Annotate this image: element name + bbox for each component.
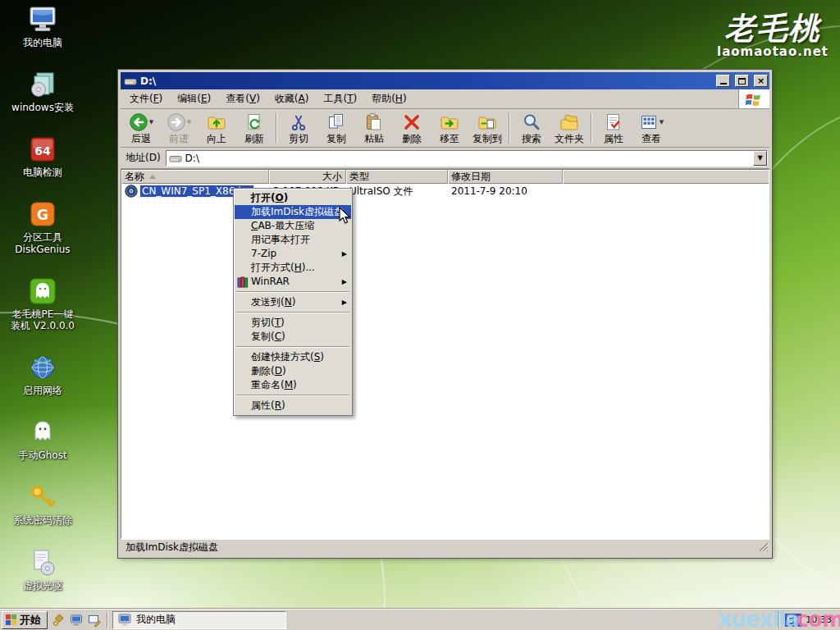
- desktop-icon-label: 系统密码清除: [13, 514, 72, 526]
- context-menu-item-2[interactable]: CAB-最大压缩: [235, 219, 351, 233]
- windows-install-icon: [27, 70, 58, 99]
- brand-subtitle: laomaotao.net: [717, 44, 829, 59]
- explorer-window: D:\ × 文件(F)编辑(E)查看(V)收藏(A)工具(T)帮助(H) ▼后退…: [118, 70, 772, 558]
- toolbar-delete-button[interactable]: 删除: [393, 110, 431, 146]
- address-label: 地址(D): [126, 151, 161, 165]
- context-menu-item-3[interactable]: 用记事本打开: [235, 233, 351, 247]
- toolbar-copy-to-button[interactable]: 复制到: [468, 110, 506, 146]
- start-button[interactable]: 开始: [2, 611, 48, 629]
- minimize-button[interactable]: [716, 75, 730, 87]
- desktop-icon-network[interactable]: 启用网络: [2, 353, 84, 396]
- dropdown-caret-icon[interactable]: ▼: [187, 119, 191, 126]
- desktop-icon-label: 老毛桃PE一键 装机 V2.0.0.0: [11, 308, 75, 331]
- toolbar-back-button[interactable]: ▼后退: [122, 110, 160, 146]
- virtual-drive-icon: [28, 548, 57, 578]
- column-header-1[interactable]: 大小: [269, 170, 346, 184]
- taskbar-clock[interactable]: 10:33: [806, 614, 832, 625]
- toolbar-copy-button[interactable]: 复制: [317, 110, 355, 146]
- quick-launch-show-desktop-button[interactable]: [86, 612, 103, 628]
- desktop-icon-list: 我的电脑windows安装64电脑检测G分区工具 DiskGenius老毛桃PE…: [0, 5, 85, 591]
- context-menu-item-4[interactable]: 7-Zip▶: [235, 247, 351, 261]
- toolbar-folders-button[interactable]: 文件夹: [550, 110, 588, 146]
- address-dropdown-button[interactable]: ▼: [753, 151, 767, 166]
- task-buttons: 我的电脑: [112, 611, 286, 629]
- menu-item-3[interactable]: 收藏(A): [267, 89, 317, 108]
- context-menu-item-8[interactable]: 发送到(N)▶: [235, 295, 351, 309]
- toolbar: ▼后退▼前进向上刷新剪切复制粘贴删除移至复制到搜索文件夹属性▼查看: [121, 109, 769, 148]
- toolbar-views-button[interactable]: ▼查看: [632, 110, 670, 146]
- desktop-icon-diskgenius[interactable]: G分区工具 DiskGenius: [2, 199, 84, 254]
- task-button[interactable]: 我的电脑: [112, 611, 286, 629]
- desktop-icon-pc-detect[interactable]: 64电脑检测: [2, 135, 84, 178]
- menu-item-0[interactable]: 文件(F): [122, 89, 170, 108]
- dropdown-caret-icon[interactable]: ▼: [660, 119, 664, 126]
- toolbar-forward-button[interactable]: ▼前进: [160, 110, 198, 146]
- copy-icon: [326, 112, 346, 132]
- context-menu-item-15[interactable]: 重命名(M): [235, 378, 351, 392]
- views-icon: [639, 112, 659, 132]
- address-input[interactable]: D:\ ▼: [166, 150, 768, 167]
- context-menu-item-5[interactable]: 打开方式(H)...: [235, 261, 351, 275]
- desktop-icon-laomaotao-pe[interactable]: 老毛桃PE一键 装机 V2.0.0.0: [2, 276, 84, 331]
- menu-item-4[interactable]: 工具(T): [316, 89, 364, 108]
- toolbar-search-button[interactable]: 搜索: [513, 110, 550, 146]
- context-menu: 打开(O)加载ImDisk虚拟磁盘CAB-最大压缩用记事本打开7-Zip▶打开方…: [233, 188, 353, 416]
- my-computer-icon: [27, 5, 58, 34]
- minimize-icon: [720, 83, 727, 84]
- status-text: 加载ImDisk虚拟磁盘: [126, 541, 218, 555]
- close-button[interactable]: ×: [754, 75, 768, 87]
- toolbar-refresh-button[interactable]: 刷新: [235, 110, 273, 146]
- properties-icon: [604, 112, 623, 132]
- column-header-0[interactable]: 名称: [121, 170, 269, 184]
- maximize-button[interactable]: [735, 75, 749, 87]
- desktop-icon-label: 电脑检测: [23, 167, 62, 178]
- sweep-icon: [52, 614, 65, 627]
- show-desktop-icon: [88, 614, 101, 627]
- desktop-icon-ghost[interactable]: 手动Ghost: [2, 418, 84, 461]
- toolbar-move-to-button[interactable]: 移至: [431, 110, 468, 146]
- file-list: 名称大小类型修改日期 CN_WIN7_SP1_X86.iso3,107,008 …: [121, 169, 769, 539]
- context-menu-item-10[interactable]: 剪切(T): [235, 316, 351, 330]
- quick-launch-display-button[interactable]: [68, 612, 84, 628]
- desktop-icon-password-key[interactable]: 系统密码清除: [2, 482, 84, 526]
- context-menu-item-1[interactable]: 加载ImDisk虚拟磁盘: [235, 205, 351, 219]
- sort-ascending-icon: [149, 175, 156, 179]
- column-header-2[interactable]: 类型: [346, 170, 448, 184]
- context-menu-item-17[interactable]: 属性(R): [235, 399, 351, 413]
- column-header-3[interactable]: 修改日期: [448, 170, 563, 184]
- window-titlebar[interactable]: D:\ ×: [121, 72, 769, 89]
- address-bar: 地址(D) D:\ ▼: [121, 148, 769, 169]
- context-menu-item-13[interactable]: 创建快捷方式(S): [235, 350, 351, 364]
- context-menu-item-6[interactable]: WinRAR▶: [235, 275, 351, 289]
- resize-grip[interactable]: [758, 541, 769, 555]
- context-menu-item-11[interactable]: 复制(C): [235, 330, 351, 344]
- toolbar-properties-button[interactable]: 属性: [595, 110, 632, 146]
- toolbar-separator: [276, 112, 277, 144]
- dropdown-caret-icon[interactable]: ▼: [149, 119, 153, 126]
- toolbar-up-button[interactable]: 向上: [198, 110, 235, 146]
- desktop-icon-label: windows安装: [11, 102, 74, 113]
- context-menu-separator: [236, 291, 349, 293]
- context-menu-item-0[interactable]: 打开(O): [235, 191, 351, 205]
- toolbar-cut-button[interactable]: 剪切: [280, 110, 317, 146]
- file-modified: 2011-7-9 20:10: [448, 185, 563, 197]
- menu-item-2[interactable]: 查看(V): [218, 89, 267, 108]
- back-icon: [129, 112, 148, 132]
- address-value: D:\: [185, 153, 750, 164]
- toolbar-paste-button[interactable]: 粘贴: [355, 110, 393, 146]
- submenu-arrow-icon: ▶: [342, 275, 347, 289]
- menu-item-1[interactable]: 编辑(E): [170, 89, 218, 108]
- copy-to-icon: [477, 112, 497, 132]
- quick-launch-sweep-button[interactable]: [50, 612, 66, 628]
- file-list-rows: CN_WIN7_SP1_X86.iso3,107,008 KBUltraISO …: [121, 184, 769, 199]
- column-header-filler: [563, 170, 769, 184]
- desktop-icon-windows-install[interactable]: windows安装: [2, 70, 84, 113]
- menu-item-5[interactable]: 帮助(H): [364, 89, 413, 108]
- language-indicator[interactable]: CH: [785, 614, 801, 627]
- delete-icon: [402, 112, 422, 132]
- windows-logo-icon: [738, 89, 769, 108]
- desktop-icon-virtual-drive[interactable]: 虚拟光驱: [2, 548, 84, 591]
- context-menu-item-14[interactable]: 删除(D): [235, 364, 351, 378]
- file-row[interactable]: CN_WIN7_SP1_X86.iso3,107,008 KBUltraISO …: [121, 184, 769, 199]
- desktop-icon-my-computer[interactable]: 我的电脑: [2, 5, 84, 48]
